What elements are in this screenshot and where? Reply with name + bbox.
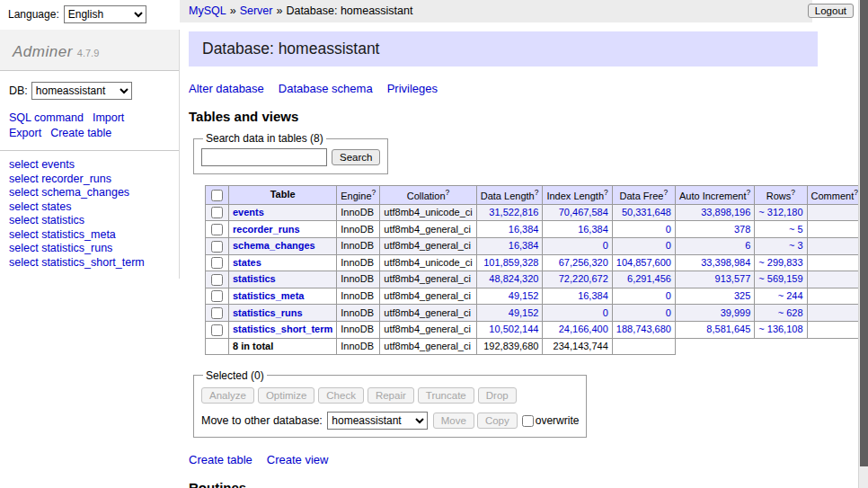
table-link-recorder_runs[interactable]: recorder_runs [41,173,111,185]
create-table-link[interactable]: Create table [189,453,252,466]
index-length-link[interactable]: 0 [603,240,608,251]
select-link-states[interactable]: select [9,200,39,213]
row-checkbox-states[interactable] [211,257,223,269]
data-length-link[interactable]: 10,502,144 [489,324,538,334]
auto-increment-link[interactable]: 8,581,645 [706,324,750,334]
auto-increment-link[interactable]: 33,898,196 [701,207,750,217]
data-length-link[interactable]: 49,152 [509,290,539,301]
table-link-statistics[interactable]: statistics [41,214,84,226]
scrollbar[interactable] [858,0,868,488]
privileges-link[interactable]: Privileges [387,82,438,95]
rows-count-link[interactable]: ~ 5 [789,224,803,235]
auto-increment-link[interactable]: 913,577 [715,273,751,284]
row-checkbox-statistics[interactable] [211,274,223,286]
index-length-link[interactable]: 16,384 [578,224,608,235]
import-link[interactable]: Import [93,111,124,124]
table-link-schema_changes[interactable]: schema_changes [41,186,129,199]
table-link-statistics_meta[interactable]: statistics_meta [41,228,116,241]
data-free-link[interactable]: 50,331,648 [622,207,671,217]
table-name-link[interactable]: schema_changes [233,240,315,251]
rows-count-link[interactable]: ~ 569,159 [758,273,802,284]
index-length-link[interactable]: 24,166,400 [559,324,608,334]
index-length-link[interactable]: 70,467,584 [559,207,608,217]
create-view-link[interactable]: Create view [267,453,329,466]
table-name-link[interactable]: states [233,257,261,268]
check-button[interactable]: Check [318,387,364,404]
row-checkbox-statistics_short_term[interactable] [211,324,223,336]
data-free-link[interactable]: 0 [666,290,671,301]
index-length-link[interactable]: 67,256,320 [559,257,608,268]
rows-count-link[interactable]: ~ 312,180 [758,207,802,217]
row-checkbox-recorder_runs[interactable] [211,224,223,235]
rows-count-link[interactable]: ~ 299,833 [758,257,802,268]
data-free-link[interactable]: 104,857,600 [616,257,671,268]
data-length-link[interactable]: 48,824,320 [489,273,538,284]
database-schema-link[interactable]: Database schema [279,82,373,95]
auto-increment-link[interactable]: 33,398,984 [701,257,750,268]
data-free-link[interactable]: 0 [666,307,671,318]
alter-database-link[interactable]: Alter database [189,82,264,95]
select-link-statistics_runs[interactable]: select [9,242,39,254]
logout-button[interactable]: Logout [808,4,854,18]
auto-increment-link[interactable]: 6 [745,240,750,251]
create-table-sidebar-link[interactable]: Create table [50,127,111,139]
row-checkbox-events[interactable] [211,207,223,218]
auto-increment-link[interactable]: 325 [734,290,750,301]
rows-count-link[interactable]: ~ 244 [778,290,803,301]
index-length-link[interactable]: 72,220,672 [559,273,608,284]
table-name-link[interactable]: statistics [233,273,276,284]
scrollbar-thumb[interactable] [860,0,868,466]
table-link-statistics_short_term[interactable]: statistics_short_term [41,256,145,269]
table-name-link[interactable]: statistics_short_term [233,324,332,334]
select-all-checkbox[interactable] [211,190,223,201]
row-checkbox-statistics_meta[interactable] [211,290,223,302]
table-name-link[interactable]: statistics_runs [233,307,303,318]
data-length-link[interactable]: 49,152 [509,307,539,318]
table-link-events[interactable]: events [41,158,75,171]
data-length-link[interactable]: 101,859,328 [483,257,538,268]
overwrite-label[interactable]: overwrite [536,414,580,427]
export-link[interactable]: Export [9,127,41,139]
index-length-link[interactable]: 16,384 [578,290,608,301]
optimize-button[interactable]: Optimize [258,387,314,404]
table-name-link[interactable]: statistics_meta [233,290,305,301]
rows-count-link[interactable]: ~ 3 [789,240,803,251]
repair-button[interactable]: Repair [368,387,414,404]
rows-count-link[interactable]: ~ 628 [778,307,803,318]
select-link-statistics[interactable]: select [9,214,39,226]
select-link-events[interactable]: select [9,158,39,171]
auto-increment-link[interactable]: 378 [734,224,750,235]
row-checkbox-statistics_runs[interactable] [211,307,223,319]
data-length-link[interactable]: 31,522,816 [489,207,538,217]
db-select[interactable]: homeassistant [31,82,132,100]
auto-increment-link[interactable]: 39,999 [721,307,751,318]
select-link-schema_changes[interactable]: select [9,186,39,199]
data-length-link[interactable]: 16,384 [509,224,539,235]
table-link-statistics_runs[interactable]: statistics_runs [41,242,112,254]
sql-command-link[interactable]: SQL command [9,111,84,124]
index-length-link[interactable]: 0 [603,307,608,318]
table-name-link[interactable]: events [233,207,264,217]
data-length-link[interactable]: 16,384 [509,240,539,251]
table-name-link[interactable]: recorder_runs [233,224,300,235]
search-button[interactable]: Search [332,149,380,165]
breadcrumb-server-link[interactable]: Server [240,4,273,17]
select-link-statistics_short_term[interactable]: select [9,256,39,269]
overwrite-checkbox[interactable] [522,415,534,427]
move-button[interactable]: Move [433,413,474,429]
move-db-select[interactable]: homeassistant [327,412,428,430]
select-link-statistics_meta[interactable]: select [9,228,39,241]
data-free-link[interactable]: 0 [666,224,671,235]
data-free-link[interactable]: 6,291,456 [627,273,671,284]
language-select[interactable]: English [64,5,146,23]
rows-count-link[interactable]: ~ 136,108 [758,324,802,334]
row-checkbox-schema_changes[interactable] [211,241,223,253]
data-free-link[interactable]: 0 [666,240,671,251]
truncate-button[interactable]: Truncate [418,387,474,404]
select-link-recorder_runs[interactable]: select [9,173,39,185]
analyze-button[interactable]: Analyze [201,387,254,404]
table-link-states[interactable]: states [41,200,71,213]
search-input[interactable] [201,148,327,166]
data-free-link[interactable]: 188,743,680 [616,324,671,334]
breadcrumb-mysql-link[interactable]: MySQL [189,4,226,17]
